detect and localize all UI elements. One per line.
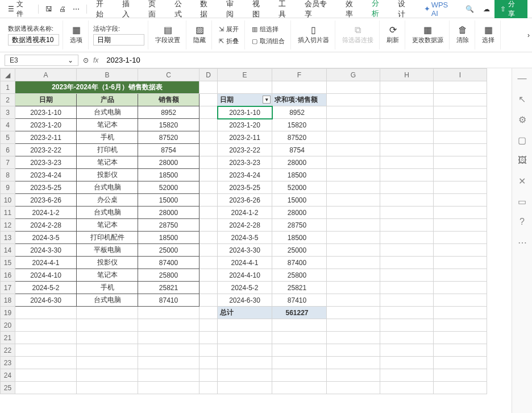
sidebar-panel-icon[interactable]: ▢	[517, 134, 528, 146]
cell[interactable]	[77, 332, 138, 344]
cell[interactable]: 87410	[272, 294, 327, 307]
row-header[interactable]: 9	[1, 181, 15, 194]
sidebar-settings-icon[interactable]: ⚙	[517, 114, 528, 125]
row-header[interactable]: 14	[1, 244, 15, 257]
cell[interactable]	[200, 81, 218, 94]
cell[interactable]: 87400	[272, 257, 327, 269]
cell[interactable]	[218, 344, 272, 357]
cell[interactable]	[434, 206, 487, 219]
row-header[interactable]: 22	[1, 344, 15, 357]
cell[interactable]	[434, 106, 487, 119]
cell[interactable]: 2024-5-2	[218, 282, 272, 294]
cell[interactable]: 2024-4-1	[218, 257, 272, 269]
row-header[interactable]: 17	[1, 282, 15, 294]
cell[interactable]	[434, 269, 487, 282]
cell[interactable]	[380, 382, 434, 394]
cell[interactable]: 手机	[77, 282, 138, 294]
cell[interactable]	[380, 357, 434, 369]
cell[interactable]	[77, 319, 138, 332]
cell[interactable]	[272, 319, 327, 332]
cell[interactable]: 销售额	[138, 94, 200, 106]
active-field-input[interactable]	[93, 34, 144, 46]
cell[interactable]	[327, 181, 380, 194]
cell[interactable]	[380, 269, 434, 282]
cell[interactable]	[380, 156, 434, 169]
cell[interactable]: 2023-1-20	[218, 119, 272, 131]
cell[interactable]: 2023-2-22	[218, 144, 272, 156]
cell[interactable]: 2024-1-2	[15, 206, 77, 219]
cell[interactable]	[138, 357, 200, 369]
cell[interactable]: 15820	[138, 119, 200, 131]
col-header-A[interactable]: A	[15, 69, 77, 81]
cell[interactable]	[272, 81, 327, 94]
cell[interactable]	[380, 169, 434, 181]
cell[interactable]	[200, 382, 218, 394]
fx-icon[interactable]: fx	[93, 56, 98, 64]
sidebar-help-icon[interactable]: ?	[517, 216, 528, 228]
hide-button[interactable]: ▨ 隐藏	[191, 24, 208, 46]
cell[interactable]: 28000	[138, 156, 200, 169]
cell[interactable]	[15, 369, 77, 382]
row-header[interactable]: 13	[1, 232, 15, 244]
cell[interactable]	[327, 169, 380, 181]
cell[interactable]	[434, 94, 487, 106]
row-header[interactable]: 11	[1, 206, 15, 219]
cell[interactable]: 手机	[77, 131, 138, 144]
cell[interactable]	[200, 269, 218, 282]
cell[interactable]: 笔记本	[77, 156, 138, 169]
insert-slicer-button[interactable]: ▯ 插入切片器	[296, 24, 331, 46]
cell[interactable]: 办公桌	[77, 194, 138, 206]
cell[interactable]: 8754	[272, 144, 327, 156]
cell[interactable]: 台式电脑	[77, 106, 138, 119]
col-header-F[interactable]: F	[272, 69, 327, 81]
cell[interactable]: 28000	[138, 206, 200, 219]
row-header[interactable]: 4	[1, 119, 15, 131]
row-header[interactable]: 3	[1, 106, 15, 119]
cell[interactable]: 2023-2-11	[15, 131, 77, 144]
cell[interactable]	[327, 156, 380, 169]
cell[interactable]	[138, 332, 200, 344]
cell[interactable]	[434, 307, 487, 319]
group-select-button[interactable]: ▥组选择	[250, 24, 287, 35]
cell[interactable]	[218, 382, 272, 394]
row-header[interactable]: 23	[1, 357, 15, 369]
cloud-icon[interactable]: ☁	[481, 3, 492, 15]
col-header-E[interactable]: E	[218, 69, 272, 81]
row-header[interactable]: 1	[1, 81, 15, 94]
cell[interactable]: 2024-3-30	[218, 244, 272, 257]
cell[interactable]: 2023-1-20	[15, 119, 77, 131]
cell[interactable]	[434, 169, 487, 181]
cell[interactable]	[327, 382, 380, 394]
cell[interactable]	[434, 232, 487, 244]
grid-container[interactable]: ◢ A B C D E F G H I 12023年-2024年（1-6月）销售…	[0, 68, 512, 413]
row-header[interactable]: 25	[1, 382, 15, 394]
search-fx-icon[interactable]: ⊙	[83, 56, 89, 64]
cell[interactable]	[272, 357, 327, 369]
cell[interactable]: 台式电脑	[77, 181, 138, 194]
cell[interactable]	[138, 344, 200, 357]
cell[interactable]: 2024-3-5	[218, 232, 272, 244]
cell[interactable]	[200, 357, 218, 369]
cell[interactable]	[218, 369, 272, 382]
cell[interactable]: 87520	[138, 131, 200, 144]
cell[interactable]: 15000	[272, 194, 327, 206]
cell[interactable]	[327, 144, 380, 156]
refresh-button[interactable]: ⟳ 刷新	[384, 24, 401, 46]
row-header[interactable]: 20	[1, 319, 15, 332]
cell[interactable]	[272, 332, 327, 344]
cell[interactable]	[218, 332, 272, 344]
cell[interactable]	[380, 131, 434, 144]
cell[interactable]: 2023年-2024年（1-6月）销售数据表	[15, 81, 200, 94]
sidebar-tools-icon[interactable]: ✕	[517, 175, 528, 187]
cell[interactable]	[15, 382, 77, 394]
col-header-D[interactable]: D	[200, 69, 218, 81]
filter-connect-button[interactable]: ⧉ 筛选器连接	[340, 24, 376, 46]
ungroup-button[interactable]: ▢取消组合	[250, 36, 287, 47]
cell[interactable]: 台式电脑	[77, 294, 138, 307]
cell[interactable]	[380, 282, 434, 294]
cell[interactable]: 18500	[272, 232, 327, 244]
cell[interactable]: 18500	[138, 232, 200, 244]
cell[interactable]: 2024-4-1	[15, 257, 77, 269]
cell[interactable]	[380, 119, 434, 131]
collapse-button[interactable]: ⇱折叠	[217, 36, 241, 47]
